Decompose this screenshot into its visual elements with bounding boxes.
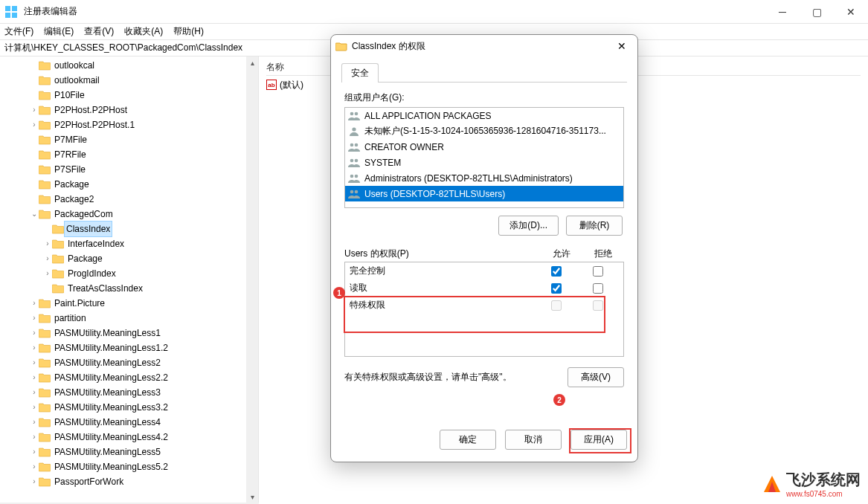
menu-edit[interactable]: 编辑(E) [44, 25, 74, 38]
tree-item[interactable]: P7MFile [0, 132, 258, 147]
scroll-up-icon[interactable]: ▴ [251, 56, 254, 68]
chevron-right-icon[interactable]: › [30, 340, 39, 355]
close-button[interactable]: ✕ [834, 0, 868, 24]
user-list-item[interactable]: Administrators (DESKTOP-82TLHLS\Administ… [345, 170, 623, 186]
ok-button[interactable]: 确定 [440, 430, 496, 450]
chevron-right-icon[interactable]: › [30, 459, 39, 474]
user-list-item[interactable]: Users (DESKTOP-82TLHLS\Users) [345, 186, 623, 201]
tree-item[interactable]: ›Paint.Picture [0, 296, 258, 311]
tree-item[interactable]: ›PASMUtility.MeaningLess2 [0, 355, 258, 370]
chevron-right-icon[interactable]: › [30, 445, 39, 459]
tree-item[interactable]: outlookmail [0, 73, 258, 88]
user-list-label: SYSTEM [364, 158, 401, 168]
tree-item[interactable]: ›PASMUtility.MeaningLess5.2 [0, 459, 258, 474]
group-icon [347, 110, 361, 122]
minimize-button[interactable]: ─ [765, 0, 800, 24]
menu-favorites[interactable]: 收藏夹(A) [124, 25, 163, 38]
scroll-down-icon[interactable]: ▾ [251, 491, 254, 503]
tree-item[interactable]: ›PASMUtility.MeaningLess3.2 [0, 400, 258, 415]
chevron-right-icon[interactable]: › [30, 311, 39, 326]
tree-item-label: partition [53, 311, 88, 326]
cancel-button[interactable]: 取消 [505, 430, 562, 450]
tree-item[interactable]: ›PASMUtility.MeaningLess4 [0, 415, 258, 430]
tree-item-label: PASMUtility.MeaningLess1 [53, 326, 162, 340]
allow-checkbox[interactable] [551, 283, 562, 294]
deny-checkbox [593, 300, 603, 311]
advanced-button[interactable]: 高级(V) [568, 367, 624, 387]
group-icon [347, 172, 361, 184]
tree-item[interactable]: ›PASMUtility.MeaningLess3 [0, 385, 258, 400]
chevron-right-icon[interactable]: › [30, 370, 39, 385]
user-list-item[interactable]: CREATOR OWNER [345, 139, 623, 155]
chevron-right-icon[interactable]: › [30, 474, 39, 489]
svg-point-10 [355, 158, 359, 162]
chevron-right-icon[interactable]: › [30, 400, 39, 415]
remove-button[interactable]: 删除(R) [566, 216, 623, 236]
tree-item-label: PackagedCom [53, 207, 115, 222]
tree-item[interactable]: ›InterfaceIndex [0, 236, 258, 251]
svg-rect-3 [12, 13, 17, 18]
chevron-right-icon[interactable]: › [30, 326, 39, 340]
user-list-label: Users (DESKTOP-82TLHLS\Users) [364, 189, 505, 199]
user-list-item[interactable]: SYSTEM [345, 155, 623, 170]
chevron-right-icon[interactable]: › [30, 430, 39, 445]
tree-item[interactable]: P10File [0, 88, 258, 103]
dialog-close-button[interactable]: ✕ [611, 40, 633, 52]
group-icon [347, 188, 361, 200]
chevron-right-icon[interactable]: › [30, 103, 39, 117]
chevron-right-icon[interactable]: › [43, 251, 52, 266]
apply-button[interactable]: 应用(A) [570, 430, 627, 450]
chevron-right-icon[interactable]: › [43, 266, 52, 281]
tree-item[interactable]: Package [0, 177, 258, 192]
tree-item[interactable]: ⌄PackagedCom [0, 207, 258, 222]
tree-item[interactable]: outlookcal [0, 58, 258, 73]
folder-icon [52, 268, 64, 279]
tree-item[interactable]: Package2 [0, 192, 258, 207]
chevron-down-icon[interactable]: ⌄ [30, 207, 39, 222]
tree-item[interactable]: ›PASMUtility.MeaningLess2.2 [0, 370, 258, 385]
tree-item[interactable]: ›P2PHost.P2PHost.1 [0, 117, 258, 132]
chevron-right-icon[interactable]: › [30, 385, 39, 400]
chevron-right-icon[interactable]: › [30, 296, 39, 311]
menu-view[interactable]: 查看(V) [84, 25, 114, 38]
tree-item[interactable]: ›Package [0, 251, 258, 266]
user-list-item[interactable]: ALL APPLICATION PACKAGES [345, 108, 623, 123]
add-button[interactable]: 添加(D)... [498, 216, 559, 236]
allow-checkbox[interactable] [551, 266, 562, 277]
folder-icon [39, 90, 51, 100]
menu-help[interactable]: 帮助(H) [173, 25, 204, 38]
titlebar: 注册表编辑器 ─ ▢ ✕ [0, 0, 868, 24]
deny-checkbox[interactable] [593, 283, 603, 294]
registry-tree[interactable]: outlookcaloutlookmailP10File›P2PHost.P2P… [0, 56, 258, 489]
chevron-right-icon[interactable]: › [30, 355, 39, 370]
tree-item[interactable]: ›partition [0, 311, 258, 326]
deny-checkbox[interactable] [593, 266, 603, 277]
folder-icon [39, 135, 51, 145]
tree-item[interactable]: ›PASMUtility.MeaningLess4.2 [0, 430, 258, 445]
folder-icon [39, 343, 51, 353]
folder-icon [39, 209, 51, 219]
tree-item[interactable]: ›PASMUtility.MeaningLess5 [0, 445, 258, 459]
tree-pane: outlookcaloutlookmailP10File›P2PHost.P2P… [0, 56, 259, 503]
chevron-right-icon[interactable]: › [30, 117, 39, 132]
tree-item[interactable]: ClassIndex [0, 222, 258, 236]
tree-item[interactable]: TreatAsClassIndex [0, 281, 258, 296]
permission-row: 完全控制 [345, 262, 623, 280]
tree-item[interactable]: ›P2PHost.P2PHost [0, 103, 258, 117]
user-list[interactable]: ALL APPLICATION PACKAGES未知帐户(S-1-15-3-10… [344, 107, 624, 208]
tree-item[interactable]: P7SFile [0, 162, 258, 177]
tree-item[interactable]: ›ProgIdIndex [0, 266, 258, 281]
tree-item-label: PASMUtility.MeaningLess2.2 [53, 370, 170, 385]
tree-scrollbar-vertical[interactable]: ▴ ▾ [246, 56, 258, 503]
user-icon [347, 126, 361, 138]
menu-file[interactable]: 文件(F) [4, 25, 33, 38]
tree-item[interactable]: P7RFile [0, 147, 258, 162]
tree-item[interactable]: ›PASMUtility.MeaningLess1 [0, 326, 258, 340]
chevron-right-icon[interactable]: › [43, 236, 52, 251]
tab-security[interactable]: 安全 [341, 63, 379, 83]
tree-item[interactable]: ›PASMUtility.MeaningLess1.2 [0, 340, 258, 355]
user-list-item[interactable]: 未知帐户(S-1-15-3-1024-1065365936-1281604716… [345, 123, 623, 139]
maximize-button[interactable]: ▢ [800, 0, 834, 24]
chevron-right-icon[interactable]: › [30, 415, 39, 430]
tree-item[interactable]: ›PassportForWork [0, 474, 258, 489]
